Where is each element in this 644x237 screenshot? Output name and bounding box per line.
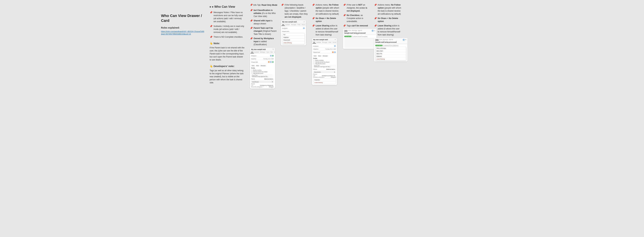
field-assignee-2: Assignee — [282, 27, 305, 30]
pin-icon: 📌 — [250, 19, 253, 22]
tag: Tasks — [313, 55, 317, 57]
progress-text: 0 subtasks 0 to do 0 completed — [352, 36, 367, 37]
who-can-view-panel: Who Can View 📌 Messages/ Notes / Files h… — [210, 3, 245, 89]
col5-point2: 📌 No Share + No Delete option — [374, 17, 402, 23]
bullet-dot-1 — [210, 6, 211, 8]
tab-notes[interactable]: Notes — [266, 51, 270, 53]
todo-3-3: Play this document — [313, 63, 336, 64]
mock-card-3: My new sample task ✕ Info Subtasks Messa… — [312, 38, 337, 85]
dropdown-write-msg[interactable]: Write a Message — [376, 47, 406, 50]
tab-msg-2[interactable]: Messages — [291, 24, 297, 26]
tab-tasks-5[interactable]: Tasks — [375, 39, 378, 41]
tab-sub-3[interactable]: Subtasks — [316, 42, 322, 44]
pin-icon: 📌 — [312, 17, 315, 20]
who-can-view-title: Who Can View — [210, 5, 245, 9]
planner-label: Planner — [251, 83, 274, 85]
owned-3: Owned by Workplace Hologram — [313, 77, 336, 78]
card4-header: Tasks Notes Messages Agenda ⚙ Sample tas… — [343, 29, 376, 35]
field-deadline: Deadline Tuesday, Oct 4, 2020 — [251, 58, 274, 60]
dropdown-add-file[interactable]: Add a File — [376, 52, 406, 55]
tag-notes: Notes — [256, 65, 260, 66]
tab-agenda-5[interactable]: Agenda — [389, 39, 393, 41]
actions-card-column: 📌 Actions menu: No Follow option (people… — [374, 3, 402, 89]
tags-row-3: Tasks Notes Messages — [313, 54, 336, 57]
pin-icon: 📌 — [250, 37, 253, 40]
checkbox[interactable] — [251, 69, 252, 71]
col3-point1: 📌 Actions menu: No Follow option (people… — [312, 3, 340, 16]
avatar-group-3 — [334, 45, 336, 47]
todo-3-2: Get documents from Sarah — [313, 61, 336, 63]
roles-link[interactable]: https://miro.com/app/board/o9J_kllUG4=/?… — [161, 30, 204, 35]
mock-card-1-header: My new sample task ✕ — [250, 48, 275, 51]
dropdown-duplicate-5[interactable]: Duplicate — [376, 55, 406, 58]
tab-info-3[interactable]: Info — [312, 42, 316, 44]
user-avatar-5 — [403, 39, 405, 41]
dropdown-shared[interactable]: Shared with — [282, 39, 304, 42]
tab-notes-2[interactable]: Notes — [297, 24, 301, 26]
parent-task-3: Parent Task Introduce a new layout for D… — [313, 65, 336, 68]
dropdown-dup-3[interactable]: Duplicate — [313, 78, 336, 81]
dropdown-leave-3[interactable]: Leave Sharing — [313, 81, 336, 84]
tab-info-2[interactable]: Info — [282, 24, 285, 26]
tab-messages-5[interactable]: Messages — [383, 39, 388, 41]
tab-subtasks[interactable]: Subtasks — [254, 51, 260, 53]
dropdown-pin[interactable]: Pin — [282, 34, 304, 36]
note-emoji: 👆 — [210, 42, 213, 45]
mock-card-3-title: My new sample task — [313, 39, 328, 41]
pin-icon-3: 📌 — [210, 36, 212, 39]
dropdown-leave-5[interactable]: Leave Sharing — [376, 58, 406, 61]
col4-point3: 📌 Tags can't be removed — [343, 24, 371, 27]
avatar — [332, 51, 334, 53]
field-assignee: Assignee — [251, 55, 274, 57]
todo-item-1: Book a meeting — [251, 69, 274, 71]
tab-messages-4[interactable]: Messages — [352, 30, 358, 32]
who-can-view-list: 📌 Messages/ Notes / Files have no restri… — [210, 11, 245, 39]
avatar-group-2 — [303, 27, 305, 29]
checkbox[interactable] — [251, 71, 252, 72]
tab-actions-2[interactable]: Actions — [301, 24, 306, 26]
mock-card-1-body: Assignee Deadline Tuesday, Oct 4, 2020 S… — [250, 54, 275, 89]
todo-item-3: Play this document — [251, 73, 274, 74]
pin-icon: 📌 — [343, 24, 346, 27]
tab-msg-3[interactable]: Messages — [322, 42, 328, 44]
checkbox[interactable] — [313, 61, 314, 63]
user-avatar-4 — [372, 30, 374, 32]
col1-point4: 📌 Owned by Workplace input is added (Cla… — [250, 37, 278, 46]
avatar — [270, 55, 272, 57]
tab-actions-3[interactable]: Actions — [332, 42, 337, 44]
info-tab-header: 📌 Info Tab: Read Only Mode — [250, 3, 278, 7]
col1-point1: 📌 but Classification is editable (it's o… — [250, 9, 278, 18]
avatar — [268, 61, 270, 63]
page-title: Who Can View Drawer / Card — [161, 14, 204, 23]
tab-notes-3[interactable]: Notes — [328, 42, 332, 44]
parent-task-field: Parent Task Introduce a new layout for D… — [251, 74, 274, 77]
field-owner: Owner Ekaterina Kalenio... — [251, 78, 274, 80]
tab-messages[interactable]: Messages — [260, 51, 266, 53]
dropdown-add-note[interactable]: Add a Note — [376, 50, 406, 52]
dev-text: Tags (as well as all other data) belong … — [210, 69, 245, 84]
pin-icon-1: 📌 — [210, 11, 212, 14]
list-item: 📌 There is NO Complete checkbox. — [210, 36, 245, 39]
checkbox[interactable] — [313, 63, 314, 64]
tab-actions[interactable]: Actions — [274, 51, 275, 53]
tab-notes-5[interactable]: Notes — [379, 39, 382, 41]
progress-row: Tue, May 26 0 subtasks 0 to do 0 complet… — [344, 36, 375, 37]
tab-files[interactable]: Files — [270, 51, 274, 53]
avatar — [334, 45, 336, 47]
settings-icon-5[interactable]: ⚙ — [405, 39, 406, 41]
checkbox[interactable] — [313, 60, 314, 61]
classification-3[interactable]: Classification▼ — [313, 71, 336, 73]
empty-inputs-column: 📌 If the following inputs (description /… — [281, 3, 308, 89]
classification-select[interactable]: Classification▼ — [251, 81, 274, 83]
tab-info[interactable]: Info — [250, 51, 254, 53]
checkbox[interactable] — [251, 73, 252, 74]
card4-body: Tue, May 26 0 subtasks 0 to do 0 complet… — [343, 35, 376, 49]
tab-tasks-4[interactable]: Tasks — [344, 30, 348, 32]
dropdown-duplicate[interactable]: Duplicate — [282, 36, 304, 39]
tab-notes-4[interactable]: Notes — [348, 30, 351, 32]
bullet-dot-2 — [212, 6, 213, 8]
tab-sub-2[interactable]: Subtasks — [285, 24, 291, 26]
mock-card-2-header: My new sample task ✕ — [281, 20, 306, 24]
tab-agenda-4[interactable]: Agenda — [358, 30, 362, 32]
dropdown-leave[interactable]: Leave Sharing — [282, 42, 304, 44]
